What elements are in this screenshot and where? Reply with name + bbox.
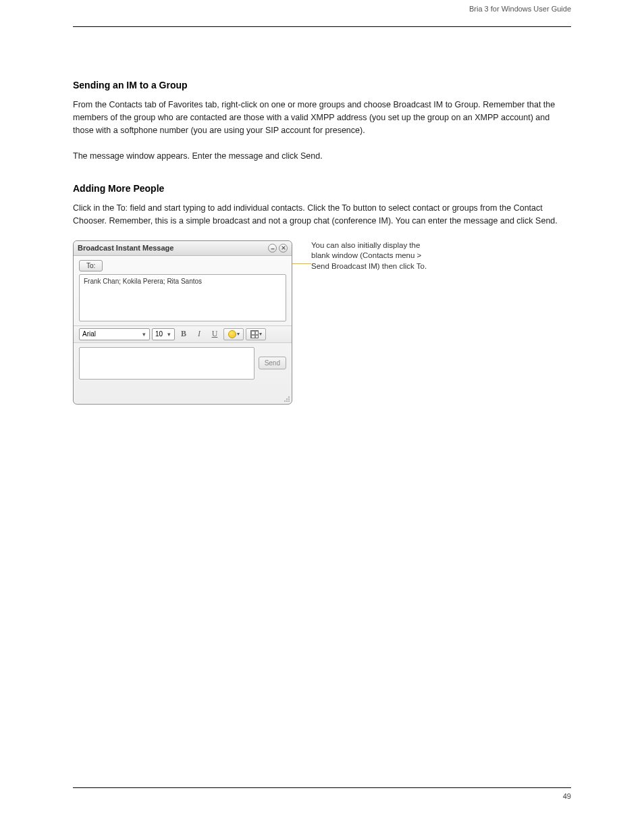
resize-grip-icon[interactable] bbox=[282, 394, 290, 402]
italic-button[interactable]: I bbox=[192, 328, 206, 340]
minimize-button[interactable] bbox=[268, 244, 277, 253]
recipients-value: Frank Chan; Kokila Perera; Rita Santos bbox=[84, 278, 202, 285]
svg-point-4 bbox=[286, 398, 288, 400]
window-title: Broadcast Instant Message bbox=[78, 244, 266, 252]
close-icon bbox=[281, 245, 286, 251]
callout-line-3: Send Broadcast IM) then click To. bbox=[311, 261, 453, 272]
svg-point-3 bbox=[288, 396, 290, 398]
section-heading-dialog: Adding More People bbox=[73, 182, 571, 197]
svg-point-5 bbox=[288, 398, 290, 400]
stamp-icon bbox=[250, 330, 259, 338]
dialog-para: Click in the To: field and start typing … bbox=[73, 202, 571, 228]
sending-para-2: The message window appears. Enter the me… bbox=[73, 150, 571, 163]
underline-button[interactable]: U bbox=[208, 328, 221, 340]
screenshot-area: You can also initially display the blank… bbox=[73, 240, 571, 416]
footer-page-number: 49 bbox=[563, 792, 571, 800]
chevron-down-icon: ▾ bbox=[259, 331, 262, 337]
chevron-down-icon: ▾ bbox=[140, 331, 148, 338]
sending-para-1: From the Contacts tab of Favorites tab, … bbox=[73, 99, 571, 138]
underline-icon: U bbox=[212, 329, 218, 339]
chevron-down-icon: ▾ bbox=[237, 331, 240, 337]
font-size-select[interactable]: 10 ▾ bbox=[152, 328, 175, 340]
bold-button[interactable]: B bbox=[177, 328, 190, 340]
broadcast-im-window: Broadcast Instant Message To: Frank Chan… bbox=[73, 240, 292, 405]
svg-point-8 bbox=[288, 400, 290, 402]
minimize-icon bbox=[270, 245, 275, 251]
section-heading-sending: Sending an IM to a Group bbox=[73, 78, 571, 93]
header-right: Bria 3 for Windows User Guide bbox=[469, 5, 571, 17]
recipients-field[interactable]: Frank Chan; Kokila Perera; Rita Santos bbox=[79, 274, 286, 321]
stamp-button[interactable]: ▾ bbox=[246, 328, 266, 340]
svg-point-7 bbox=[286, 400, 288, 402]
font-select[interactable]: Arial ▾ bbox=[79, 328, 150, 340]
italic-icon: I bbox=[198, 329, 200, 339]
close-button[interactable] bbox=[279, 244, 288, 253]
footer-rule bbox=[73, 787, 571, 788]
bold-icon: B bbox=[181, 329, 186, 339]
window-titlebar: Broadcast Instant Message bbox=[74, 241, 292, 256]
callout-text: You can also initially display the blank… bbox=[311, 240, 453, 272]
chevron-down-icon: ▾ bbox=[165, 331, 173, 338]
emoji-button[interactable]: ▾ bbox=[223, 328, 244, 340]
callout-line-2: blank window (Contacts menu > bbox=[311, 251, 453, 261]
send-button[interactable]: Send bbox=[259, 357, 286, 369]
emoji-icon bbox=[228, 330, 236, 338]
svg-point-6 bbox=[284, 400, 286, 402]
format-toolbar: Arial ▾ 10 ▾ B I U ▾ ▾ bbox=[74, 325, 292, 343]
callout-line-1: You can also initially display the bbox=[311, 240, 453, 251]
to-button[interactable]: To: bbox=[79, 260, 103, 271]
font-select-value: Arial bbox=[82, 330, 140, 338]
font-size-value: 10 bbox=[155, 330, 165, 338]
message-input[interactable] bbox=[79, 347, 254, 380]
